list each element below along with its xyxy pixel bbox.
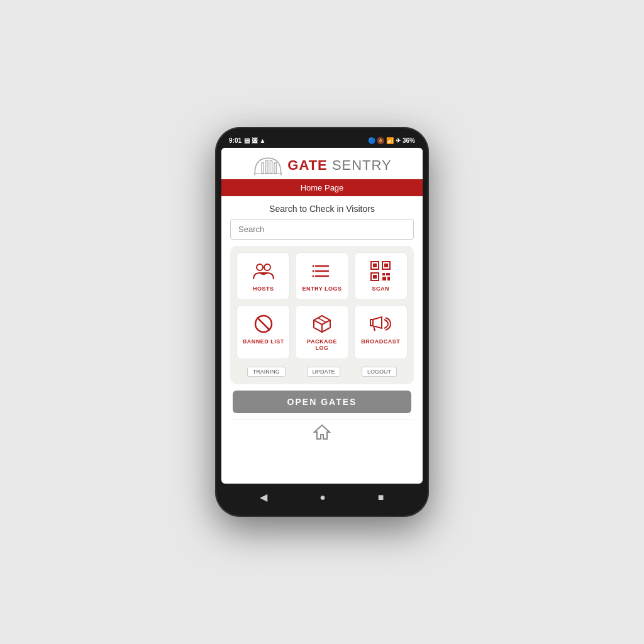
logo: GATE SENTRY	[252, 155, 391, 175]
status-icons: ▤ 🖼 ▲	[244, 137, 265, 144]
svg-rect-18	[384, 264, 388, 267]
phone-device: 9:01 ▤ 🖼 ▲ 🔵 🔕 📶 ✈ 36%	[215, 127, 429, 517]
svg-line-26	[257, 318, 270, 330]
entry-logs-label: ENTRY LOGS	[302, 286, 341, 292]
grid-row-2: BANNED LIST	[236, 305, 408, 359]
svg-rect-22	[386, 273, 390, 275]
nav-home-button[interactable]: ●	[319, 492, 326, 503]
svg-rect-16	[373, 264, 377, 267]
page-bar: Home Page	[221, 179, 423, 196]
entry-logs-icon	[312, 260, 332, 282]
package-log-icon	[311, 313, 333, 335]
status-time: 9:01	[229, 137, 242, 144]
grid-row-1: HOSTS	[236, 252, 408, 300]
app-content: Search to Check in Visitors	[221, 196, 423, 484]
logout-link[interactable]: LOGOUT	[362, 367, 397, 377]
entry-logs-card[interactable]: ENTRY LOGS	[295, 252, 348, 300]
svg-rect-23	[382, 277, 386, 280]
nav-bar: ◀ ● ■	[221, 486, 423, 508]
logo-gate: GATE	[287, 157, 327, 173]
svg-rect-3	[266, 161, 268, 174]
scan-card[interactable]: SCAN	[354, 252, 408, 300]
banned-list-label: BANNED LIST	[243, 338, 284, 345]
banned-list-icon	[253, 313, 274, 335]
grid-container: HOSTS	[230, 246, 414, 384]
status-battery: 36%	[402, 137, 415, 144]
logo-arch-icon	[252, 155, 284, 175]
svg-rect-21	[382, 273, 385, 275]
search-input[interactable]	[230, 219, 414, 240]
svg-marker-35	[314, 425, 330, 439]
search-section: Search to Check in Visitors	[230, 204, 414, 240]
banned-list-card[interactable]: BANNED LIST	[236, 305, 290, 359]
broadcast-label: BROADCAST	[361, 338, 400, 345]
svg-rect-5	[274, 163, 276, 174]
nav-square-button[interactable]: ■	[378, 492, 384, 503]
svg-rect-4	[270, 161, 272, 174]
search-title: Search to Check in Visitors	[269, 204, 375, 214]
svg-rect-24	[387, 277, 390, 280]
open-gates-label: OPEN GATES	[287, 397, 357, 407]
svg-rect-33	[370, 319, 373, 326]
svg-line-28	[314, 320, 322, 325]
svg-point-12	[312, 265, 314, 267]
svg-point-7	[257, 264, 263, 270]
broadcast-icon	[369, 313, 392, 335]
home-bar	[230, 419, 414, 447]
scan-label: SCAN	[372, 286, 390, 292]
svg-point-13	[312, 270, 314, 272]
training-link[interactable]: TRAINING	[247, 367, 286, 377]
package-log-label: PACKAGE LOG	[299, 338, 344, 351]
scan-icon	[370, 260, 391, 282]
status-bar: 9:01 ▤ 🖼 ▲ 🔵 🔕 📶 ✈ 36%	[221, 136, 423, 145]
page-bar-label: Home Page	[301, 183, 344, 192]
svg-rect-2	[262, 163, 264, 174]
app-screen: GATE SENTRY Home Page Search to Check in…	[221, 148, 423, 484]
logo-text: GATE SENTRY	[287, 157, 391, 174]
open-gates-button[interactable]: OPEN GATES	[233, 391, 411, 413]
hosts-icon	[252, 260, 275, 282]
app-header: GATE SENTRY	[221, 148, 423, 179]
home-icon[interactable]	[313, 424, 331, 444]
logo-sentry: SENTRY	[332, 157, 392, 173]
hosts-label: HOSTS	[253, 286, 274, 292]
svg-line-31	[318, 318, 326, 323]
svg-rect-20	[373, 275, 377, 279]
update-link[interactable]: UPDATE	[307, 367, 341, 377]
broadcast-card[interactable]: BROADCAST	[354, 305, 408, 359]
package-log-card[interactable]: PACKAGE LOG	[295, 305, 348, 359]
nav-back-button[interactable]: ◀	[260, 491, 267, 503]
hosts-card[interactable]: HOSTS	[236, 252, 290, 300]
svg-point-8	[264, 264, 270, 270]
status-battery-icons: 🔵 🔕 📶 ✈	[368, 137, 401, 144]
svg-point-14	[312, 275, 314, 277]
bottom-links: TRAINING UPDATE LOGOUT	[236, 364, 408, 378]
